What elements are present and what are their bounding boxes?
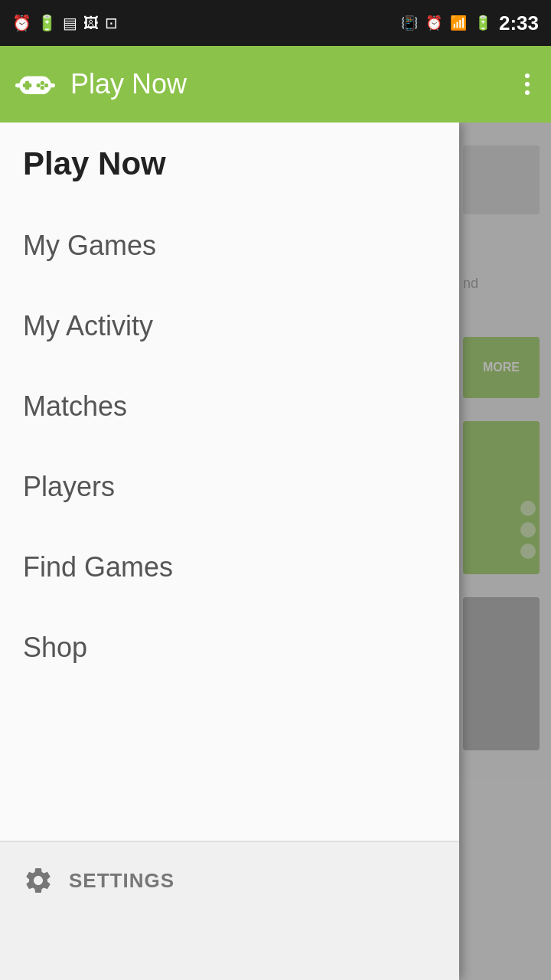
drawer-footer: SETTINGS (0, 841, 459, 919)
sidebar-item-my-games[interactable]: My Games (0, 205, 459, 286)
svg-rect-4 (23, 83, 31, 87)
wifi-icon: 📶 (450, 15, 467, 31)
main-container: nd MORE Play Now My Games My Activity (0, 122, 551, 980)
sidebar-item-label-players: Players (23, 471, 115, 503)
sidebar-item-label-my-games: My Games (23, 230, 156, 262)
sidebar-item-players[interactable]: Players (0, 446, 459, 527)
svg-point-7 (41, 86, 44, 90)
sidebar-item-find-games[interactable]: Find Games (0, 527, 459, 607)
sidebar-item-shop[interactable]: Shop (0, 607, 459, 688)
alarm-icon: ⏰ (12, 14, 31, 32)
drawer-scrim[interactable] (459, 122, 551, 980)
status-left-icons: ⏰ 🔋 ▤ 🖼 ⊡ (12, 14, 118, 32)
svg-point-8 (37, 83, 41, 87)
battery-icon: 🔋 (37, 14, 57, 32)
gamepad-icon (15, 64, 55, 104)
more-dot-1 (525, 74, 530, 78)
sidebar-item-label-my-activity: My Activity (23, 310, 153, 342)
sidebar-item-label-matches: Matches (23, 390, 127, 423)
more-options-button[interactable] (519, 67, 536, 101)
status-bar: ⏰ 🔋 ▤ 🖼 ⊡ 📳 ⏰ 📶 🔋 2:33 (0, 0, 551, 46)
settings-button[interactable]: SETTINGS (0, 842, 459, 919)
svg-point-5 (41, 81, 44, 85)
battery-full-icon: 🔋 (474, 15, 491, 31)
svg-point-6 (44, 83, 48, 87)
vibrate-icon: 📳 (401, 15, 418, 31)
drawer-title: Play Now (23, 145, 166, 181)
drawer-header: Play Now (0, 122, 459, 198)
drawer-items-list: My Games My Activity Matches Players Fin… (0, 198, 459, 841)
sidebar-item-label-shop: Shop (23, 632, 87, 664)
drawer-bottom-space (0, 919, 459, 980)
sidebar-item-my-activity[interactable]: My Activity (0, 286, 459, 366)
status-right-icons: 📳 ⏰ 📶 🔋 2:33 (401, 11, 539, 35)
settings-label: SETTINGS (69, 869, 174, 893)
more-dot-2 (525, 82, 530, 87)
cast-icon: ⊡ (105, 14, 118, 32)
sim-icon: ▤ (63, 14, 77, 32)
alarm-set-icon: ⏰ (425, 15, 442, 31)
toolbar-title: Play Now (70, 68, 519, 100)
gear-icon (23, 865, 54, 896)
gallery-icon: 🖼 (83, 15, 99, 32)
sidebar-item-label-find-games: Find Games (23, 551, 173, 583)
sidebar-item-matches[interactable]: Matches (0, 366, 459, 446)
toolbar: Play Now (0, 46, 551, 122)
more-dot-3 (525, 90, 530, 95)
navigation-drawer: Play Now My Games My Activity Matches Pl… (0, 122, 459, 980)
clock: 2:33 (499, 11, 539, 35)
